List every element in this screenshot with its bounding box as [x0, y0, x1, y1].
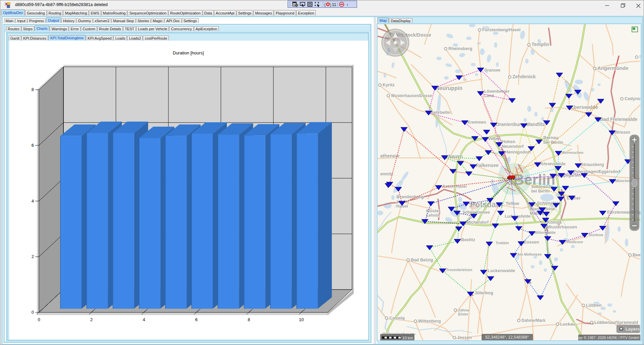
svg-text:Bernau: Bernau — [543, 135, 558, 140]
svg-text:Michendorf: Michendorf — [467, 220, 489, 225]
svg-text:Gransee: Gransee — [484, 68, 500, 73]
svg-text:Dahme/Mark: Dahme/Mark — [522, 318, 546, 323]
svg-text:Zahna-: Zahna- — [458, 308, 470, 312]
svg-text:Bad Freienwalde: Bad Freienwalde — [600, 117, 637, 122]
svg-text:Fürstenberg/Havel: Fürstenberg/Havel — [482, 27, 521, 32]
svg-text:{: { — [324, 2, 326, 7]
svg-text:Oranienburg: Oranienburg — [496, 122, 524, 127]
svg-text:Königs: Königs — [547, 220, 562, 225]
svg-text:Neuruppin: Neuruppin — [436, 85, 462, 91]
svg-text:Hohen: Hohen — [502, 139, 515, 144]
svg-text:8: 8 — [248, 317, 250, 322]
svg-text:Zossen: Zossen — [524, 240, 539, 245]
svg-text:Lehnin: Lehnin — [426, 213, 439, 218]
svg-text:}: } — [330, 2, 332, 7]
svg-text:0: 0 — [32, 310, 34, 315]
svg-text:2: 2 — [32, 254, 34, 259]
svg-text:Petershagen/Eggersdorf: Petershagen/Eggersdorf — [574, 169, 621, 174]
svg-text:Elster: Elster — [458, 312, 468, 316]
svg-text:Luckau: Luckau — [560, 321, 576, 327]
svg-text:Duration [hours]: Duration [hours] — [173, 50, 204, 55]
svg-text:Cedynia: Cedynia — [625, 96, 640, 101]
svg-text:Luckenwalde: Luckenwalde — [488, 268, 515, 273]
svg-text:Ahrensfelde: Ahrensfelde — [540, 161, 565, 166]
svg-text:Kremmen: Kremmen — [467, 120, 486, 125]
svg-text:Löwenberger: Löwenberger — [484, 89, 510, 94]
svg-text:6: 6 — [195, 317, 198, 322]
svg-text:Wusterhausen: Wusterhausen — [547, 224, 577, 229]
svg-text:Templin: Templin — [532, 42, 549, 47]
svg-text:bei Berlin: bei Berlin — [531, 189, 550, 193]
svg-text:Angermünde: Angermünde — [597, 65, 629, 71]
svg-text:10 km: 10 km — [402, 336, 413, 340]
svg-text:Rheinsberg: Rheinsberg — [448, 46, 473, 51]
svg-text:Treuenbrietzen: Treuenbrietzen — [446, 268, 473, 272]
svg-text:Jessen: Jessen — [457, 335, 472, 340]
svg-text:Zehdenick: Zehdenick — [512, 74, 536, 79]
svg-text:Teltow: Teltow — [506, 201, 519, 206]
svg-text:Kyritz: Kyritz — [383, 82, 395, 87]
svg-text:bei Berlin: bei Berlin — [543, 140, 563, 145]
svg-text:52,346246°, 12,548388°: 52,346246°, 12,548388° — [485, 335, 529, 340]
svg-text:Wusterhausen/Dosse: Wusterhausen/Dosse — [391, 93, 432, 98]
svg-text:Lübbenau/Spreewald: Lübbenau/Spreewald — [594, 320, 638, 325]
svg-text:emnitz: emnitz — [380, 172, 393, 176]
svg-text:6: 6 — [32, 143, 34, 148]
svg-text:Wandlitz: Wandlitz — [526, 122, 545, 127]
svg-text:11: 11 — [332, 2, 336, 7]
svg-text:Jüterbog: Jüterbog — [475, 290, 493, 295]
svg-text:Velten: Velten — [488, 136, 501, 141]
svg-text:4: 4 — [32, 199, 34, 204]
svg-text:Heidesee: Heidesee — [567, 240, 583, 244]
svg-text:Kloster: Kloster — [426, 209, 440, 213]
svg-text:Storkow: Storkow — [589, 233, 603, 237]
svg-text:Neuendorf: Neuendorf — [502, 144, 524, 149]
svg-text:Fehrbellin: Fehrbellin — [431, 110, 450, 115]
svg-text:Beelitz: Beelitz — [461, 237, 475, 242]
svg-text:0: 0 — [38, 317, 40, 322]
svg-text:Wittenberg: Wittenberg — [418, 318, 441, 324]
svg-text:Wriezen: Wriezen — [615, 130, 630, 135]
svg-text:10: 10 — [299, 317, 304, 322]
svg-text:Strausberg: Strausberg — [581, 162, 604, 167]
svg-text:Beesk: Beesk — [633, 252, 640, 257]
svg-text:Falkensee: Falkensee — [476, 163, 499, 168]
svg-text:8: 8 — [32, 87, 34, 92]
svg-text:Trebbin: Trebbin — [496, 241, 509, 245]
svg-text:Werneuchen: Werneuchen — [561, 150, 584, 155]
svg-text:Layers: Layers — [626, 327, 640, 332]
svg-text:2: 2 — [90, 317, 93, 322]
svg-text:Bad Belzig: Bad Belzig — [411, 257, 433, 262]
svg-text:athenow: athenow — [380, 153, 399, 159]
svg-text:4: 4 — [143, 317, 145, 322]
svg-text:Lübben: Lübben — [586, 303, 602, 308]
svg-text:Map © 1987 -2025 HERE / PTV Gm: Map © 1987 -2025 HERE / PTV GmbH — [576, 336, 639, 340]
svg-text:Coswig: Coswig — [389, 315, 405, 320]
svg-text:Hennigsdorf: Hennigsdorf — [505, 149, 531, 155]
svg-text:Am Mellensee: Am Mellensee — [517, 252, 542, 256]
svg-text:Sc: Sc — [639, 54, 640, 59]
